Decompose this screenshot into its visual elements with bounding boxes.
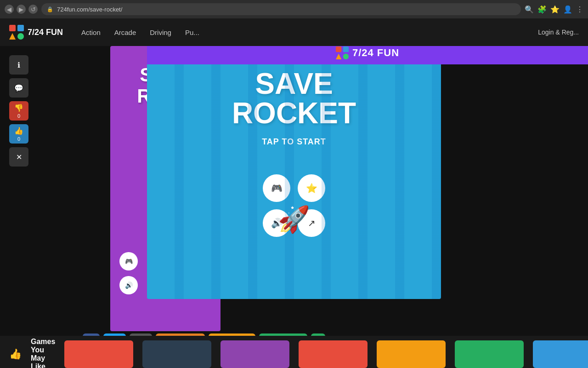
bookmark-icon[interactable]: ⭐ [550,5,560,14]
blue-ctrl-star[interactable]: ⭐ [298,174,325,202]
game-thumb-3[interactable] [220,340,289,368]
browser-chrome: ◀ ▶ ↺ 🔒 724fun.com/save-rocket/ 🔍 🧩 ⭐ 👤 … [0,0,588,18]
browser-right-icons: 🔍 🧩 ⭐ 👤 ⋮ [525,5,583,14]
like-button[interactable]: 👍 0 [9,124,28,144]
game-thumb-6[interactable] [455,340,524,368]
top-bar-text: 7/24 FUN [352,47,399,59]
left-sidebar: ℹ 💬 👎 0 👍 0 ✕ [9,55,28,167]
game-thumb-7[interactable] [533,340,588,368]
like-icon: 👍 [14,126,23,135]
address-bar[interactable]: 🔒 724fun.com/save-rocket/ [41,3,521,15]
game-thumb-1[interactable] [64,340,133,368]
dislike-icon: 👎 [14,104,23,112]
close-sidebar-button[interactable]: ✕ [9,147,28,167]
back-button[interactable]: ◀ [5,5,14,14]
comment-icon: 💬 [14,84,23,92]
logo-text: 7/24 FUN [28,28,63,37]
page-content: ℹ 💬 👎 0 👍 0 ✕ SAVE ROCK 🎮 🔊 🚀 [0,46,588,368]
purple-ctrl-btn-1[interactable]: 🎮 [119,252,138,270]
thumbs-up-icon: 👍 [9,348,22,360]
nav-action[interactable]: Action [81,29,101,36]
games-section-title: Games You May Like [31,338,55,368]
svg-rect-3 [17,33,24,40]
svg-rect-0 [9,25,16,31]
refresh-browser-button[interactable]: ↺ [28,5,38,14]
info-icon: ℹ [17,61,20,69]
nav-driving[interactable]: Driving [150,29,171,36]
svg-marker-2 [9,33,16,40]
games-section: 👍 Games You May Like •• More [0,336,588,368]
main-nav: Action Arcade Driving Pu... [81,29,199,36]
close-icon: ✕ [16,153,22,161]
top-bar-logo[interactable]: 7/24 FUN [336,46,399,59]
svg-rect-4 [336,46,341,52]
extensions-icon[interactable]: 🧩 [537,5,547,14]
svg-marker-6 [336,54,341,59]
logo[interactable]: 7/24 FUN [9,25,63,40]
game-blue-screen[interactable]: SAVE ROCKET TAP TO START 🎮 ⭐ 🔊 ↗ 🚀 [147,46,441,299]
lock-icon: 🔒 [47,6,53,12]
nav-more[interactable]: Pu... [185,29,199,36]
menu-icon[interactable]: ⋮ [576,5,583,14]
site-top-bar: 7/24 FUN [147,46,588,64]
dislike-count: 0 [17,113,20,119]
top-bar-logo-icon [336,46,349,59]
nav-arcade[interactable]: Arcade [114,29,136,36]
profile-icon[interactable]: 👤 [563,5,572,14]
game-title-line2: ROCKET [232,98,356,128]
game-title-line1: SAVE [232,69,356,98]
url-text: 724fun.com/save-rocket/ [57,6,122,13]
svg-rect-7 [343,54,349,59]
browser-nav: ◀ ▶ ↺ [5,5,38,14]
site-header: 7/24 FUN Action Arcade Driving Pu... Log… [0,18,588,46]
info-button[interactable]: ℹ [9,55,28,75]
svg-rect-1 [17,25,24,31]
purple-ctrl-btn-2[interactable]: 🔊 [119,276,138,294]
game-thumb-5[interactable] [377,340,446,368]
comment-button[interactable]: 💬 [9,78,28,98]
forward-button[interactable]: ▶ [17,5,26,14]
google-icon[interactable]: 🔍 [525,5,534,14]
svg-rect-5 [343,46,349,52]
center-rocket: 🚀 [278,204,310,235]
like-count: 0 [17,136,20,142]
game-title: SAVE ROCKET [232,69,356,128]
blue-ctrl-gamepad[interactable]: 🎮 [263,174,290,202]
game-purple-controls: 🎮 🔊 [119,252,138,294]
login-register-link[interactable]: Login & Reg... [538,29,579,36]
dislike-button[interactable]: 👎 0 [9,101,28,121]
game-subtitle: TAP TO START [262,137,326,147]
game-thumb-4[interactable] [299,340,368,368]
logo-icon [9,25,24,40]
game-thumb-2[interactable] [142,340,211,368]
